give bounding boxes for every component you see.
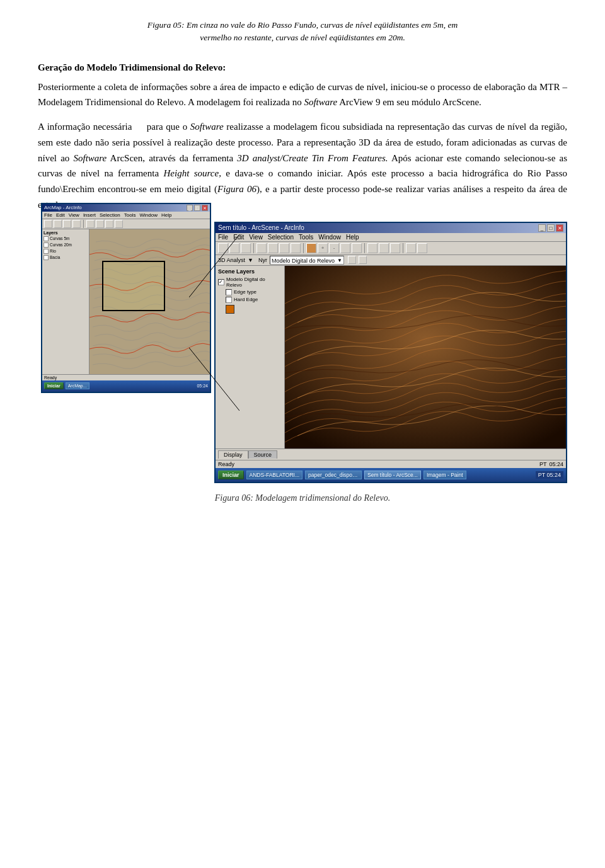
taskbar-paint[interactable]: Imagem - Paint: [424, 471, 466, 479]
start-button[interactable]: Iniciar: [44, 382, 64, 389]
arcmap-layer-item: Rio: [43, 249, 88, 254]
taskbar-clock: 05:24: [197, 384, 208, 388]
menu-selection[interactable]: Selection: [268, 234, 294, 241]
arcmap-layer-item: Bacia: [43, 255, 88, 260]
arcscene-body: Scene Layers Modelo Digital do Relevo Ed…: [216, 266, 566, 448]
toolbar-select[interactable]: [406, 243, 416, 253]
minimize-button[interactable]: _: [538, 224, 546, 232]
taskbar-ands[interactable]: ANDS-FABLATORI...: [246, 471, 303, 479]
figure-06-caption: Figura 06: Modelagem tridimensional do R…: [38, 493, 567, 503]
arcscene-taskbar: Iniciar ANDS-FABLATORI... paper_odec_dis…: [216, 468, 566, 482]
menu-view[interactable]: View: [249, 234, 263, 241]
toolbar-new[interactable]: [218, 243, 228, 253]
menu-edit[interactable]: Edit: [233, 234, 244, 241]
taskbar-arcscene-active[interactable]: Sem título - ArcSce...: [364, 471, 421, 479]
layer-dropdown[interactable]: Modelo Digital do Relevo ▼: [270, 256, 344, 265]
arcscene-terrain-svg: [285, 266, 566, 448]
toolbar-save[interactable]: [241, 243, 251, 253]
arcmap-toc: Layers Curvas 5m Curvas 20m Rio Bacia: [42, 229, 89, 374]
toolbar-navigate[interactable]: [306, 243, 316, 253]
toolbar-copy[interactable]: [279, 243, 289, 253]
toolbar-zoom-in[interactable]: +: [318, 243, 328, 253]
taskbar-paper[interactable]: paper_odec_dispos...: [305, 471, 362, 479]
toolbar-cut[interactable]: [268, 243, 278, 253]
layer-checkbox: [43, 243, 49, 248]
arcscene-main-window: Sem título - ArcScene - ArcInfo _ □ ✕ Fi…: [214, 222, 567, 483]
arcmap-layer-item: Curvas 20m: [43, 243, 88, 248]
toolbar-icon: [44, 220, 52, 228]
toolbar-forward[interactable]: [390, 243, 400, 253]
arcmap-title-btns: _ □ ✕: [187, 205, 208, 211]
taskbar-start-button[interactable]: Iniciar: [218, 471, 244, 479]
arcmap-toolbar: [42, 219, 210, 229]
toolbar-icon[interactable]: [359, 256, 367, 264]
toolbar-full-extent[interactable]: [367, 243, 377, 253]
toolbar-sep: [364, 243, 365, 253]
toolbar-icon: [115, 220, 123, 228]
paragraph-1: Posteriormente a coleta de informações s…: [38, 79, 567, 111]
coords: PT: [539, 461, 547, 467]
layer-edge-type-checkbox[interactable]: [226, 289, 232, 295]
layer-checkbox: [43, 236, 49, 241]
figure-05-caption: Figura 05: Em cinza no vale do Rio Passo…: [38, 19, 567, 45]
arcscene-tabs: Display Source: [216, 448, 566, 460]
tab-display[interactable]: Display: [218, 450, 248, 459]
toolbar-back[interactable]: [379, 243, 389, 253]
arcscene-titlebar-buttons: _ □ ✕: [538, 224, 563, 232]
toolbar-icon: [63, 220, 71, 228]
toolbar-icon: [54, 220, 62, 228]
menu-file[interactable]: File: [218, 234, 228, 241]
layer-subitems: Edge type Hard Edge: [226, 289, 282, 314]
toolbar-sep: [403, 243, 403, 253]
toolbar-sep: [303, 243, 304, 253]
toolbar-icon: [96, 220, 104, 228]
arcscene-viewport: [285, 266, 566, 448]
toolbar-print[interactable]: [256, 243, 267, 253]
tab-source[interactable]: Source: [248, 450, 278, 459]
arcmap-taskbar: Iniciar ArcMap... 05:24: [42, 380, 210, 392]
paragraph-2: A informação necessária para que o Softw…: [38, 119, 567, 213]
toolbar-icon[interactable]: [348, 256, 356, 264]
arcscene-statusbar: Ready PT 05:24: [216, 460, 566, 468]
arcmap-thumbnail-window: ArcMap - ArcInfo _ □ ✕ File Edit View In…: [41, 203, 211, 393]
toolbar-icon: [105, 220, 113, 228]
toolbar-pan[interactable]: [340, 243, 350, 253]
caption-line2: vermelho no restante, curvas de nível eq…: [200, 33, 405, 42]
arcscene-analyst-bar: 3D Analyst ▼ Nyr Modelo Digital do Relev…: [216, 255, 566, 266]
figure-area: ArcMap - ArcInfo _ □ ✕ File Edit View In…: [38, 222, 567, 483]
layer-modelo-label: Modelo Digital do Relevo: [226, 277, 282, 288]
toolbar-identify[interactable]: [352, 243, 362, 253]
arcscene-titlebar: Sem título - ArcScene - ArcInfo _ □ ✕: [216, 223, 566, 233]
layer-dropdown-value: Modelo Digital do Relevo: [272, 258, 335, 264]
analyst-dropdown-arrow: ▼: [248, 257, 253, 263]
menu-window[interactable]: Window: [318, 234, 341, 241]
arcscene-scene-layers: Scene Layers Modelo Digital do Relevo Ed…: [216, 266, 285, 448]
close-button[interactable]: ✕: [556, 224, 563, 232]
analyst-label: 3D Analyst: [218, 257, 245, 263]
maximize-button[interactable]: □: [547, 224, 555, 232]
toolbar-icon: [72, 220, 81, 228]
toolbar-sep: [253, 243, 254, 253]
menu-tools[interactable]: Tools: [299, 234, 313, 241]
toolbar-zoom-out[interactable]: -: [329, 243, 339, 253]
toolbar-clear[interactable]: [417, 243, 427, 253]
layer-checkbox: [43, 249, 49, 254]
time-display: 05:24: [549, 461, 563, 467]
toolbar-separator: [83, 220, 84, 228]
scene-layers-title: Scene Layers: [218, 268, 282, 275]
arcscene-title: Sem título - ArcScene - ArcInfo: [218, 224, 304, 231]
arcscene-main-toolbar: + -: [216, 242, 566, 255]
status-text: Ready: [218, 461, 234, 467]
arcmap-layer-item: Curvas 5m: [43, 236, 88, 241]
layer-color-row: [226, 305, 282, 314]
arcmap-body: Layers Curvas 5m Curvas 20m Rio Bacia: [42, 229, 210, 374]
layer-hard-edge-checkbox[interactable]: [226, 297, 232, 303]
toolbar-open[interactable]: [229, 243, 239, 253]
toolbar-icon: [86, 220, 95, 228]
menu-help[interactable]: Help: [346, 234, 359, 241]
layer-modelo-checkbox[interactable]: [218, 279, 224, 285]
scene-layer-modelo: Modelo Digital do Relevo: [218, 277, 282, 288]
scene-layer-hard-edge: Hard Edge: [226, 297, 282, 303]
taskbar-arcmap: ArcMap...: [66, 382, 89, 389]
toolbar-paste[interactable]: [291, 243, 301, 253]
